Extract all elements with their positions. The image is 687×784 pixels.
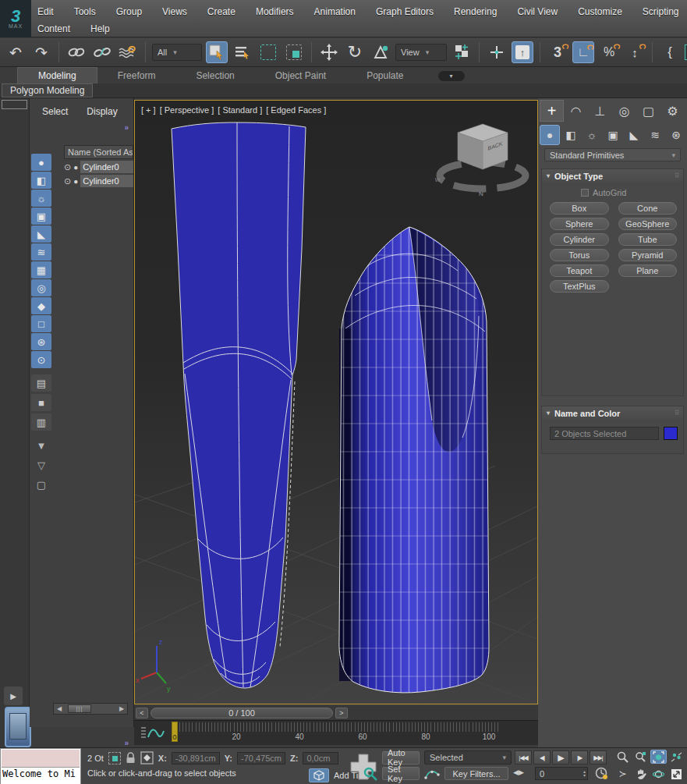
- use-pivot-point-button[interactable]: [451, 41, 473, 63]
- bind-to-space-warp-icon[interactable]: [117, 41, 139, 63]
- previous-frame-button[interactable]: <: [136, 708, 148, 718]
- menu-rendering[interactable]: Rendering: [454, 6, 497, 17]
- viewport-layout-thumbnail[interactable]: [5, 707, 31, 747]
- selection-filter-dropdown[interactable]: All▾: [152, 44, 202, 61]
- teapot-button[interactable]: Teapot: [550, 264, 609, 277]
- explorer-menu-display[interactable]: Display: [87, 106, 117, 117]
- autogrid-checkbox[interactable]: [581, 189, 589, 197]
- display-geometry-icon[interactable]: ●: [31, 154, 51, 171]
- collapsed-panel-tab[interactable]: [2, 100, 27, 109]
- viewport-menu-shading[interactable]: [ Edged Faces ]: [266, 105, 326, 115]
- menu-help[interactable]: Help: [90, 23, 110, 34]
- zoom-all-icon[interactable]: [632, 750, 649, 764]
- ribbon-tab-object-paint[interactable]: Object Paint: [255, 68, 346, 83]
- key-filters-button[interactable]: Key Filters...: [444, 767, 508, 780]
- object-name-label[interactable]: Cylinder0: [80, 161, 133, 173]
- lock-cell-editing-icon[interactable]: ▤: [31, 374, 51, 392]
- select-and-rotate-button[interactable]: ↻: [344, 41, 366, 63]
- cylinder-button[interactable]: Cylinder: [550, 233, 609, 246]
- named-selection-sets-icon[interactable]: {: [659, 41, 681, 63]
- viewport-menu-renderer[interactable]: [ Standard ]: [218, 105, 262, 115]
- set-keys-button[interactable]: [347, 750, 380, 783]
- tab-motion-icon[interactable]: ◎: [612, 100, 636, 122]
- viewport-canvas[interactable]: BACK N W x y z: [135, 101, 537, 704]
- select-and-manipulate-button[interactable]: [486, 41, 508, 63]
- display-groups-icon[interactable]: ▦: [31, 261, 51, 278]
- object-color-swatch[interactable]: [664, 427, 678, 440]
- display-frozen-icon[interactable]: □: [31, 315, 51, 332]
- expand-arrow-icon[interactable]: ▶: [4, 686, 23, 705]
- tab-modify-icon[interactable]: ◠: [564, 100, 588, 122]
- display-bones-icon[interactable]: ◆: [31, 297, 51, 314]
- ribbon-tab-populate[interactable]: Populate: [346, 68, 423, 83]
- scroll-left-arrow[interactable]: ◀: [54, 705, 65, 712]
- viewport-menu-general[interactable]: [ + ]: [141, 105, 156, 115]
- menu-tools[interactable]: Tools: [74, 6, 96, 17]
- undo-icon[interactable]: ↶: [5, 41, 27, 63]
- play-animation-icon[interactable]: ▶: [552, 750, 569, 764]
- unlink-selection-icon[interactable]: [91, 41, 113, 63]
- category-systems-icon[interactable]: ⊛: [666, 125, 686, 145]
- zoom-extents-selected-icon[interactable]: [650, 750, 667, 764]
- category-helpers-icon[interactable]: ◣: [624, 125, 644, 145]
- rectangular-selection-region-button[interactable]: [257, 41, 279, 63]
- menu-group[interactable]: Group: [116, 6, 142, 17]
- menu-graph-editors[interactable]: Graph Editors: [376, 6, 434, 17]
- current-frame-field[interactable]: 0 ▴▾: [535, 767, 588, 780]
- redo-icon[interactable]: ↷: [30, 41, 52, 63]
- time-configuration-icon[interactable]: [595, 767, 608, 780]
- pan-hand-icon[interactable]: [632, 767, 649, 781]
- frame-spin-down-icon[interactable]: ▾: [583, 774, 586, 778]
- polygon-modeling-panel[interactable]: Polygon Modeling: [2, 83, 93, 98]
- display-particles-icon[interactable]: ⊛: [31, 333, 51, 350]
- snaps-toggle-3d[interactable]: 3C: [547, 41, 568, 63]
- filter-icon[interactable]: ▽: [31, 456, 51, 474]
- ribbon-tab-selection[interactable]: Selection: [175, 68, 254, 83]
- go-to-start-icon[interactable]: |◀◀: [515, 750, 532, 764]
- plane-button[interactable]: Plane: [618, 264, 678, 277]
- category-lights-icon[interactable]: ☼: [582, 125, 602, 145]
- configure-filter-icon[interactable]: ▼: [31, 437, 51, 454]
- torus-button[interactable]: Torus: [550, 249, 609, 261]
- previous-frame-icon[interactable]: ◀|: [533, 750, 551, 764]
- display-containers-icon[interactable]: ◎: [31, 279, 51, 296]
- explorer-menu-select[interactable]: Select: [42, 106, 68, 117]
- viewport-menu-pov[interactable]: [ Perspective ]: [160, 105, 214, 115]
- pyramid-button[interactable]: Pyramid: [618, 249, 678, 261]
- percent-snap-toggle[interactable]: %C: [598, 41, 620, 63]
- category-geometry-icon[interactable]: ●: [540, 125, 560, 145]
- go-to-end-icon[interactable]: ▶▶|: [590, 750, 607, 764]
- current-frame-marker[interactable]: 0: [172, 722, 178, 742]
- category-spacewarps-icon[interactable]: ≋: [645, 125, 665, 145]
- menu-edit[interactable]: Edit: [37, 6, 54, 17]
- display-cameras-icon[interactable]: ▣: [31, 208, 51, 225]
- primitive-category-dropdown[interactable]: Standard Primitives▾: [544, 148, 681, 161]
- object-name-field[interactable]: 2 Objects Selected: [550, 427, 659, 440]
- welcome-window[interactable]: Welcome to Mi: [0, 748, 81, 784]
- visibility-eye-icon[interactable]: ⊙: [64, 162, 71, 172]
- track-bar[interactable]: 0 20 40 60 80 100: [134, 720, 538, 745]
- explorer-overflow-chevron-bottom[interactable]: »: [124, 739, 129, 747]
- display-lights-icon[interactable]: ☼: [31, 190, 51, 207]
- cylinder-object-right[interactable]: [339, 227, 489, 693]
- ribbon-tab-modeling[interactable]: Modeling: [17, 67, 97, 83]
- tab-display-icon[interactable]: ▢: [636, 100, 660, 122]
- ribbon-tab-freeform[interactable]: Freeform: [97, 68, 176, 83]
- set-key-button[interactable]: Set Key: [382, 767, 420, 780]
- display-shapes-icon[interactable]: ◧: [31, 172, 51, 189]
- visibility-eye-icon[interactable]: ⊙: [64, 176, 71, 186]
- selection-lock-icon[interactable]: [126, 752, 136, 764]
- compass-north-label[interactable]: N: [479, 190, 483, 197]
- spinner-snap-toggle[interactable]: ↕C: [624, 41, 646, 63]
- ribbon-minimize-dropdown[interactable]: ▾: [438, 71, 465, 81]
- menu-animation[interactable]: Animation: [314, 6, 356, 17]
- object-type-rollout-header[interactable]: ▾ Object Type ⠿: [542, 169, 683, 183]
- absolute-mode-icon[interactable]: [140, 751, 154, 764]
- box-button[interactable]: Box: [550, 202, 609, 215]
- key-mode-toggle-icon[interactable]: ◀▶: [513, 768, 524, 776]
- selection-region-icon[interactable]: [108, 752, 121, 764]
- maximize-viewport-toggle-icon[interactable]: [668, 767, 685, 781]
- explorer-row-cylinder-2[interactable]: ⊙ ● Cylinder0: [64, 174, 133, 188]
- geosphere-button[interactable]: GeoSphere: [618, 218, 678, 230]
- explorer-column-header[interactable]: Name (Sorted Ascer: [64, 145, 133, 159]
